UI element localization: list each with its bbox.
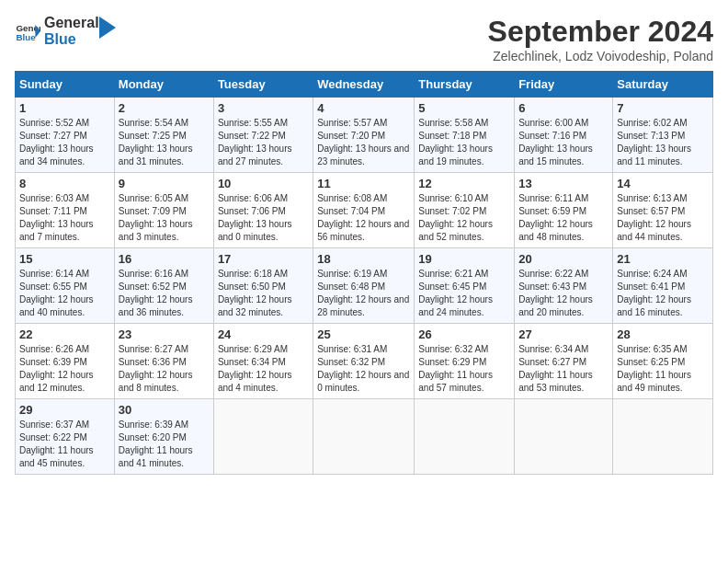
table-row: 30Sunrise: 6:39 AMSunset: 6:20 PMDayligh…: [114, 399, 213, 475]
calendar-subtitle: Zelechlinek, Lodz Voivodeship, Poland: [488, 49, 713, 63]
col-friday: Friday: [515, 72, 613, 98]
cell-1: 1Sunrise: 5:52 AMSunset: 7:27 PMDaylight…: [16, 98, 115, 173]
day-info: Sunrise: 6:16 AMSunset: 6:52 PMDaylight:…: [119, 269, 193, 317]
day-info: Sunrise: 6:14 AMSunset: 6:55 PMDaylight:…: [19, 269, 94, 317]
table-row: 11Sunrise: 6:08 AMSunset: 7:04 PMDayligh…: [313, 173, 415, 248]
day-num: 17: [218, 252, 309, 266]
day-info: Sunrise: 6:31 AMSunset: 6:32 PMDaylight:…: [317, 344, 409, 393]
table-row: 10Sunrise: 6:06 AMSunset: 7:06 PMDayligh…: [213, 173, 313, 248]
day-info: Sunrise: 6:24 AMSunset: 6:41 PMDaylight:…: [617, 269, 691, 317]
day-num: 24: [218, 327, 309, 341]
day-info: Sunrise: 6:35 AMSunset: 6:25 PMDaylight:…: [617, 344, 691, 393]
day-info: Sunrise: 6:18 AMSunset: 6:50 PMDaylight:…: [218, 269, 292, 317]
table-row: 28Sunrise: 6:35 AMSunset: 6:25 PMDayligh…: [613, 324, 713, 399]
day-info: Sunrise: 5:58 AMSunset: 7:18 PMDaylight:…: [418, 118, 493, 167]
day-num: 20: [518, 252, 609, 266]
day-num: 12: [418, 177, 510, 190]
day-info: Sunrise: 6:11 AMSunset: 6:59 PMDaylight:…: [518, 193, 593, 242]
day-num: 30: [119, 403, 210, 417]
day-info: Sunrise: 6:22 AMSunset: 6:43 PMDaylight:…: [518, 269, 593, 317]
table-row: 19Sunrise: 6:21 AMSunset: 6:45 PMDayligh…: [415, 248, 515, 324]
table-row: 13Sunrise: 6:11 AMSunset: 6:59 PMDayligh…: [515, 173, 613, 248]
day-num: 22: [19, 327, 110, 341]
logo-icon: General Blue: [15, 18, 40, 44]
day-info: Sunrise: 6:19 AMSunset: 6:48 PMDaylight:…: [317, 269, 409, 317]
table-row: 23Sunrise: 6:27 AMSunset: 6:36 PMDayligh…: [114, 324, 213, 399]
day-num: 3: [218, 101, 309, 115]
day-info: Sunrise: 6:34 AMSunset: 6:27 PMDaylight:…: [518, 344, 593, 393]
table-row: [213, 399, 313, 475]
day-num: 25: [317, 327, 410, 341]
col-monday: Monday: [114, 72, 213, 98]
day-info: Sunrise: 6:02 AMSunset: 7:13 PMDaylight:…: [617, 118, 691, 167]
day-info: Sunrise: 6:10 AMSunset: 7:02 PMDaylight:…: [418, 193, 493, 242]
day-info: Sunrise: 5:54 AMSunset: 7:25 PMDaylight:…: [119, 118, 193, 167]
table-row: 20Sunrise: 6:22 AMSunset: 6:43 PMDayligh…: [515, 248, 613, 324]
day-num: 14: [617, 177, 709, 190]
table-row: 27Sunrise: 6:34 AMSunset: 6:27 PMDayligh…: [515, 324, 613, 399]
day-num: 15: [19, 252, 110, 266]
day-num: 13: [518, 177, 609, 190]
day-num: 4: [317, 101, 410, 115]
table-row: 4Sunrise: 5:57 AMSunset: 7:20 PMDaylight…: [313, 98, 415, 173]
day-num: 9: [119, 177, 210, 190]
day-num: 18: [317, 252, 410, 266]
day-info: Sunrise: 6:13 AMSunset: 6:57 PMDaylight:…: [617, 193, 691, 242]
table-row: 12Sunrise: 6:10 AMSunset: 7:02 PMDayligh…: [415, 173, 515, 248]
day-num: 11: [317, 177, 410, 190]
day-num: 6: [518, 101, 609, 115]
day-num: 21: [617, 252, 709, 266]
table-row: 29Sunrise: 6:37 AMSunset: 6:22 PMDayligh…: [16, 399, 115, 475]
col-tuesday: Tuesday: [213, 72, 313, 98]
day-info: Sunrise: 6:21 AMSunset: 6:45 PMDaylight:…: [418, 269, 493, 317]
table-row: 9Sunrise: 6:05 AMSunset: 7:09 PMDaylight…: [114, 173, 213, 248]
table-row: [415, 399, 515, 475]
day-info: Sunrise: 6:39 AMSunset: 6:20 PMDaylight:…: [119, 419, 193, 468]
logo: General Blue General Blue: [15, 15, 116, 47]
svg-marker-3: [99, 17, 116, 39]
table-row: 8Sunrise: 6:03 AMSunset: 7:11 PMDaylight…: [16, 173, 115, 248]
page-header: General Blue General Blue September 2024…: [15, 15, 713, 63]
table-row: 24Sunrise: 6:29 AMSunset: 6:34 PMDayligh…: [213, 324, 313, 399]
day-info: Sunrise: 6:37 AMSunset: 6:22 PMDaylight:…: [19, 419, 94, 468]
calendar-table: Sunday Monday Tuesday Wednesday Thursday…: [15, 71, 713, 475]
day-num: 8: [19, 177, 110, 190]
svg-text:Blue: Blue: [16, 31, 36, 41]
day-info: Sunrise: 6:03 AMSunset: 7:11 PMDaylight:…: [19, 193, 94, 242]
col-thursday: Thursday: [415, 72, 515, 98]
day-num: 1: [19, 101, 110, 115]
day-num: 5: [418, 101, 510, 115]
col-wednesday: Wednesday: [313, 72, 415, 98]
day-num: 28: [617, 327, 709, 341]
logo-general: General: [44, 15, 99, 31]
table-row: 21Sunrise: 6:24 AMSunset: 6:41 PMDayligh…: [613, 248, 713, 324]
calendar-week-2: 8Sunrise: 6:03 AMSunset: 7:11 PMDaylight…: [16, 173, 713, 248]
calendar-week-3: 15Sunrise: 6:14 AMSunset: 6:55 PMDayligh…: [16, 248, 713, 324]
table-row: 18Sunrise: 6:19 AMSunset: 6:48 PMDayligh…: [313, 248, 415, 324]
calendar-header-row: Sunday Monday Tuesday Wednesday Thursday…: [16, 72, 713, 98]
day-num: 7: [617, 101, 709, 115]
table-row: [313, 399, 415, 475]
day-num: 10: [218, 177, 309, 190]
logo-blue: Blue: [44, 31, 99, 48]
table-row: [613, 399, 713, 475]
day-info: Sunrise: 6:29 AMSunset: 6:34 PMDaylight:…: [218, 344, 292, 393]
calendar-week-5: 29Sunrise: 6:37 AMSunset: 6:22 PMDayligh…: [16, 399, 713, 475]
day-num: 16: [119, 252, 210, 266]
col-sunday: Sunday: [16, 72, 115, 98]
day-num: 29: [19, 403, 110, 417]
day-num: 26: [418, 327, 510, 341]
day-info: Sunrise: 6:05 AMSunset: 7:09 PMDaylight:…: [119, 193, 193, 242]
table-row: 6Sunrise: 6:00 AMSunset: 7:16 PMDaylight…: [515, 98, 613, 173]
col-saturday: Saturday: [613, 72, 713, 98]
day-info: Sunrise: 6:08 AMSunset: 7:04 PMDaylight:…: [317, 193, 409, 242]
day-info: Sunrise: 5:52 AMSunset: 7:27 PMDaylight:…: [19, 118, 94, 167]
day-info: Sunrise: 5:57 AMSunset: 7:20 PMDaylight:…: [317, 118, 409, 167]
day-num: 2: [119, 101, 210, 115]
table-row: 16Sunrise: 6:16 AMSunset: 6:52 PMDayligh…: [114, 248, 213, 324]
calendar-title-block: September 2024 Zelechlinek, Lodz Voivode…: [488, 15, 713, 63]
calendar-week-4: 22Sunrise: 6:26 AMSunset: 6:39 PMDayligh…: [16, 324, 713, 399]
table-row: 5Sunrise: 5:58 AMSunset: 7:18 PMDaylight…: [415, 98, 515, 173]
table-row: 26Sunrise: 6:32 AMSunset: 6:29 PMDayligh…: [415, 324, 515, 399]
table-row: 25Sunrise: 6:31 AMSunset: 6:32 PMDayligh…: [313, 324, 415, 399]
